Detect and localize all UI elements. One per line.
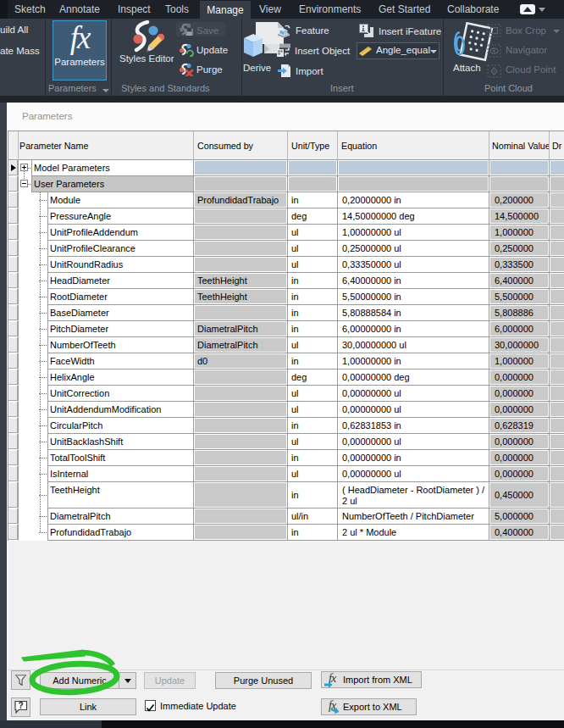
svg-text:?: ? (19, 701, 24, 710)
